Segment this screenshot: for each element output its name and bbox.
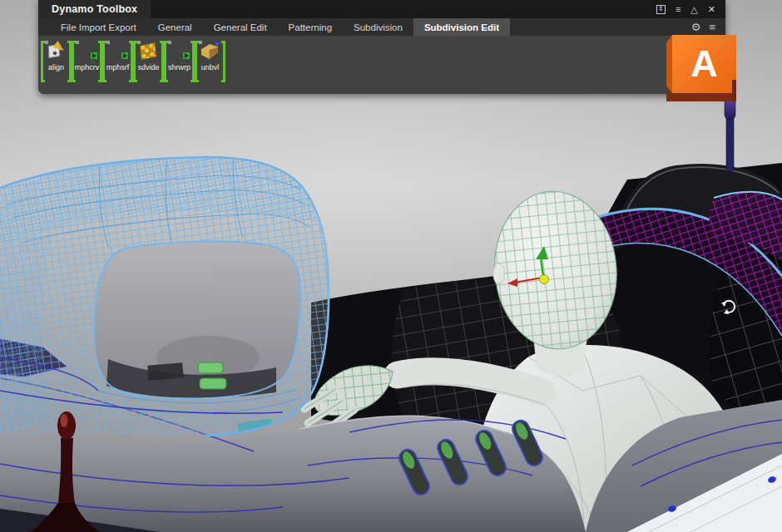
panel-menu-icon[interactable]: ≡: [709, 22, 715, 32]
tool-mphcrv[interactable]: mphcrv: [72, 41, 102, 82]
tab-patterning[interactable]: Patterning: [278, 18, 343, 36]
menu-icon[interactable]: ≡: [676, 5, 681, 14]
logo-letter: A: [690, 45, 718, 82]
tab-subdivision-edit[interactable]: Subdivision Edit: [413, 18, 510, 36]
panel-tab-bar: File Import Export General General Edit …: [38, 18, 725, 36]
antenna: [725, 96, 735, 171]
panel-title: Dynamo Toolbox: [38, 0, 151, 18]
dock-pin-icon[interactable]: ⇕: [656, 5, 666, 14]
tool-label: align: [48, 63, 64, 71]
unbevel-icon: [200, 42, 220, 61]
tool-label: unbvl: [201, 63, 220, 71]
tab-file-import-export[interactable]: File Import Export: [50, 18, 147, 36]
tool-label: shrwrp: [168, 63, 191, 71]
interior-green-element: [198, 362, 223, 373]
morph-surface-icon: [108, 42, 127, 61]
autodesk-logo: A: [666, 35, 736, 101]
tool-align[interactable]: align: [41, 41, 72, 82]
dynamo-toolbox-panel: Dynamo Toolbox ⇕ ≡ △ ✕ File Import Expor…: [38, 0, 725, 94]
windshield-wireframe: [0, 157, 329, 436]
morph-curve-icon: [77, 42, 97, 61]
collapse-icon[interactable]: △: [690, 5, 697, 14]
close-icon[interactable]: ✕: [708, 5, 715, 14]
tool-label: sdvide: [137, 63, 159, 71]
tab-general-edit[interactable]: General Edit: [203, 18, 278, 36]
tool-shrwrp[interactable]: shrwrp: [164, 41, 195, 82]
logo-bottom-edge: [666, 93, 732, 101]
shrinkwrap-icon: [170, 42, 189, 61]
logo-shadow-edge: [732, 80, 736, 101]
tool-label: mphcrv: [75, 63, 100, 71]
tool-sdvide[interactable]: sdvide: [133, 41, 164, 82]
tab-general[interactable]: General: [147, 18, 203, 36]
subdivide-icon: [139, 42, 158, 61]
app-window: { "panel": { "title": "Dynamo Toolbox", …: [0, 0, 782, 532]
panel-title-bar[interactable]: Dynamo Toolbox ⇕ ≡ △ ✕: [38, 0, 725, 18]
settings-gear-icon[interactable]: ⚙: [691, 22, 701, 32]
green-bracket: [221, 41, 225, 82]
panel-toolbar: align mphcrv mphsrf sdvide: [38, 36, 725, 94]
logo-bevel: [666, 35, 672, 93]
align-icon: [47, 42, 66, 61]
tool-mphsrf[interactable]: mphsrf: [102, 41, 133, 82]
interior-green-element: [200, 378, 226, 389]
tool-unbvl[interactable]: unbvl: [195, 41, 225, 82]
tool-label: mphsrf: [106, 63, 130, 71]
tab-subdivision[interactable]: Subdivision: [343, 18, 413, 36]
logo-face: A: [672, 35, 736, 93]
